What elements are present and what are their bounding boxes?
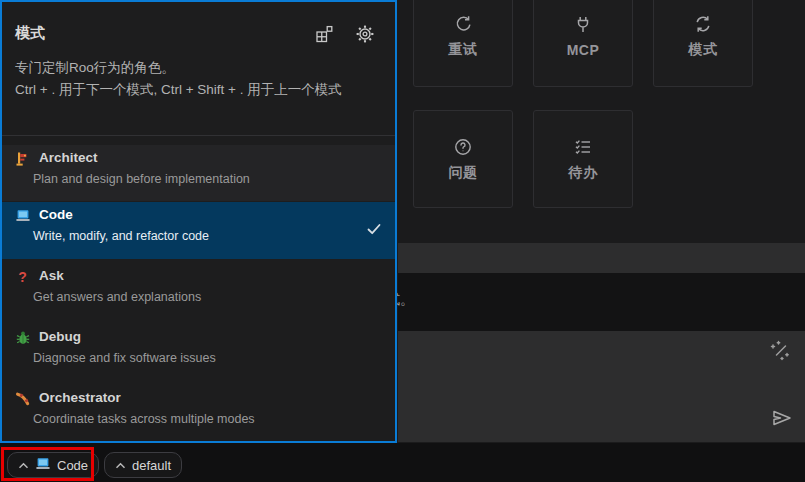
checkmark-icon (365, 220, 383, 238)
enhance-prompt-button[interactable] (768, 339, 792, 363)
mode-item-ask[interactable]: ? Ask Get answers and explanations (2, 263, 395, 322)
mode-name: Orchestrator (39, 390, 121, 405)
plug-icon (573, 15, 593, 35)
gear-icon (355, 32, 375, 47)
chat-input[interactable] (398, 331, 805, 442)
mode-item-architect[interactable]: Architect Plan and design before impleme… (2, 145, 395, 201)
mode-description: Write, modify, and refactor code (33, 229, 209, 243)
card-label: MCP (567, 42, 600, 58)
card-retry[interactable]: 重试 (413, 0, 513, 87)
divider (2, 135, 395, 136)
refresh-icon (453, 14, 473, 34)
mode-item-code[interactable]: Code Write, modify, and refactor code (2, 202, 395, 259)
sync-icon (693, 14, 713, 34)
marketplace-grid-icon (314, 32, 334, 47)
popup-title: 模式 (15, 24, 45, 43)
marketplace-button[interactable] (314, 24, 334, 44)
profile-selector-button[interactable]: default (104, 452, 182, 478)
send-button[interactable] (770, 406, 794, 430)
mode-description: Plan and design before implementation (33, 172, 250, 186)
boomerang-icon (15, 391, 31, 407)
send-icon (770, 418, 794, 433)
card-label: 问题 (449, 164, 478, 182)
mode-name: Architect (39, 150, 98, 165)
mode-description: Diagnose and fix software issues (33, 351, 216, 365)
card-label: 待办 (569, 164, 598, 182)
chat-message-area (398, 273, 805, 331)
checklist-icon (573, 137, 593, 157)
card-issues[interactable]: 问题 (413, 110, 513, 208)
mode-picker-popup: 模式 (0, 0, 397, 443)
profile-selector-label: default (132, 458, 171, 473)
mode-name: Ask (39, 268, 64, 283)
chevron-up-icon (115, 458, 126, 473)
mode-name: Debug (39, 329, 81, 344)
card-todo[interactable]: 待办 (533, 110, 633, 208)
mode-selector-button[interactable]: Code (7, 452, 99, 478)
laptop-icon (35, 456, 51, 475)
question-mark-icon: ? (15, 269, 31, 285)
mode-name: Code (39, 207, 73, 222)
card-label: 模式 (689, 41, 718, 59)
collapsed-section-bar[interactable] (398, 243, 805, 273)
card-mcp[interactable]: MCP (533, 0, 633, 87)
laptop-icon (15, 208, 31, 224)
card-label: 重试 (449, 41, 478, 59)
mode-description: Coordinate tasks across multiple modes (33, 412, 255, 426)
card-mode[interactable]: 模式 (653, 0, 753, 87)
mode-description: Get answers and explanations (33, 290, 201, 304)
question-circle-icon (453, 137, 473, 157)
chat-controls-bar: Code default (0, 443, 805, 482)
construction-crane-icon (15, 151, 31, 167)
svg-text:?: ? (18, 269, 27, 285)
mode-item-orchestrator[interactable]: Orchestrator Coordinate tasks across mul… (2, 385, 395, 441)
chevron-up-icon (18, 458, 29, 473)
app-window: 重试 MCP 模式 (0, 0, 805, 482)
mode-selector-label: Code (57, 458, 88, 473)
mode-item-debug[interactable]: Debug Diagnose and fix software issues (2, 324, 395, 383)
popup-description: 专门定制Roo行为的角色。 Ctrl + . 用于下一个模式, Ctrl + S… (15, 57, 389, 101)
bug-icon (15, 330, 31, 346)
settings-button[interactable] (355, 24, 375, 44)
magic-wand-icon (768, 351, 792, 366)
